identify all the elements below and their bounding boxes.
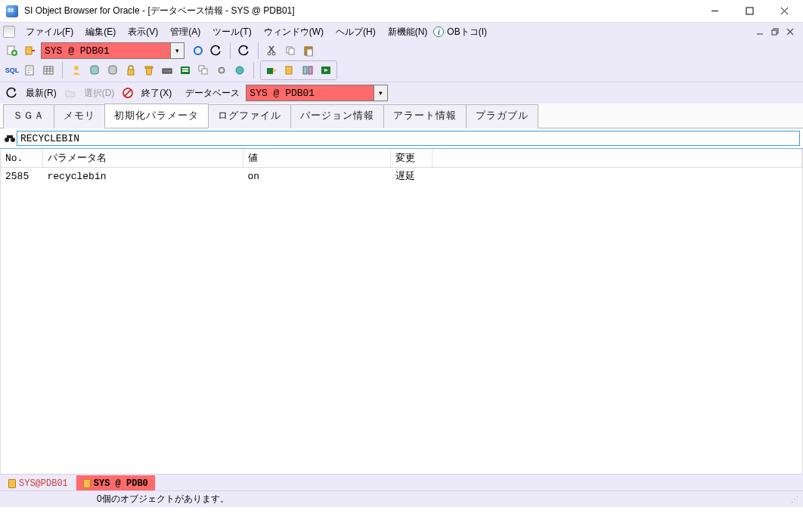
- tablespace-icon[interactable]: [105, 63, 120, 78]
- tab-logfile[interactable]: ログファイル: [208, 104, 291, 128]
- resize-grip[interactable]: ⋰: [791, 495, 797, 503]
- folder-icon: [83, 479, 91, 488]
- export-icon[interactable]: [264, 63, 279, 78]
- undo-icon[interactable]: [5, 85, 20, 101]
- svg-rect-37: [145, 66, 153, 68]
- database-icon[interactable]: [87, 63, 102, 78]
- open-icon[interactable]: [63, 85, 78, 101]
- bottom-tab-1[interactable]: SYS@PDB01: [2, 475, 75, 490]
- menu-tool[interactable]: ツール(T): [206, 23, 257, 41]
- svg-rect-1: [746, 8, 753, 14]
- import-icon[interactable]: [282, 63, 297, 78]
- tab-init-params[interactable]: 初期化パラメータ: [104, 104, 209, 128]
- col-no[interactable]: No.: [1, 149, 42, 168]
- col-name[interactable]: パラメータ名: [42, 149, 243, 168]
- cut-icon[interactable]: [265, 43, 280, 58]
- cell-name: recyclebin: [42, 168, 243, 185]
- menu-window[interactable]: ウィンドウ(W): [258, 23, 330, 41]
- col-change[interactable]: 変更: [390, 149, 432, 168]
- tab-pluggable[interactable]: プラガブル: [466, 104, 538, 128]
- refresh-icon[interactable]: [191, 43, 206, 58]
- run-icon[interactable]: [318, 63, 333, 78]
- col-spacer: [432, 149, 802, 168]
- status-message: 0個のオブジェクトがあります。: [97, 493, 229, 506]
- chevron-down-icon[interactable]: ▾: [374, 85, 387, 101]
- mdi-close-button[interactable]: [783, 26, 797, 38]
- search-row: [0, 128, 803, 149]
- paste-icon[interactable]: [301, 43, 316, 58]
- tab-alert[interactable]: アラート情報: [383, 104, 467, 128]
- disk-icon[interactable]: [160, 63, 175, 78]
- svg-rect-13: [26, 47, 32, 54]
- svg-rect-42: [182, 70, 188, 72]
- search-input[interactable]: [17, 131, 800, 146]
- mdi-buttons: [753, 26, 800, 38]
- mdi-system-icon[interactable]: [3, 26, 15, 38]
- menu-file[interactable]: ファイル(F): [20, 23, 79, 41]
- stop-icon[interactable]: [120, 85, 135, 101]
- close-button[interactable]: [767, 0, 801, 23]
- menubar: ファイル(F) 編集(E) 表示(V) 管理(A) ツール(T) ウィンドウ(W…: [0, 23, 803, 41]
- gear-icon[interactable]: [214, 63, 229, 78]
- svg-point-39: [169, 70, 171, 72]
- copy-icon[interactable]: [283, 43, 298, 58]
- menu-edit[interactable]: 編集(E): [79, 23, 122, 41]
- lock-icon[interactable]: [123, 63, 138, 78]
- svg-rect-57: [7, 135, 13, 138]
- binoculars-icon[interactable]: [3, 132, 17, 144]
- green-db-icon[interactable]: [178, 63, 193, 78]
- windows-icon[interactable]: [196, 63, 211, 78]
- svg-rect-49: [286, 66, 292, 74]
- minimize-button[interactable]: [697, 0, 732, 23]
- toolbar-group: [260, 60, 337, 80]
- database-input[interactable]: [246, 85, 374, 101]
- compare-icon[interactable]: [300, 63, 315, 78]
- earth-icon[interactable]: [232, 63, 247, 78]
- toolbar-separator: [258, 42, 259, 59]
- action-bar: 最新(R) 選択(D) 終了(X) データベース ▾: [0, 82, 803, 104]
- connection-combo[interactable]: ▾: [41, 42, 184, 59]
- menu-view[interactable]: 表示(V): [122, 23, 164, 41]
- menu-help[interactable]: ヘルプ(H): [330, 23, 382, 41]
- app-icon: [6, 5, 18, 17]
- status-bar: 0個のオブジェクトがあります。 ⋰: [0, 490, 803, 507]
- grid-icon[interactable]: [41, 63, 56, 78]
- tab-memory[interactable]: メモリ: [54, 104, 105, 128]
- svg-rect-6: [772, 30, 777, 35]
- window-buttons: [697, 0, 801, 23]
- svg-rect-50: [303, 66, 307, 74]
- trash-icon[interactable]: [141, 63, 157, 78]
- new-connection-icon[interactable]: [5, 43, 20, 58]
- mdi-restore-button[interactable]: [768, 26, 782, 38]
- svg-rect-51: [308, 66, 312, 74]
- cell-no: 2585: [1, 168, 42, 185]
- bottom-tab-2[interactable]: SYS @ PDB0: [76, 475, 155, 490]
- sql-icon[interactable]: SQL: [5, 63, 20, 78]
- user-icon[interactable]: [69, 63, 84, 78]
- script-icon[interactable]: [23, 63, 38, 78]
- undo-connection-icon[interactable]: [209, 43, 224, 58]
- tab-version[interactable]: バージョン情報: [290, 104, 384, 128]
- mdi-minimize-button[interactable]: [753, 26, 767, 38]
- folder-icon: [8, 479, 16, 488]
- svg-point-18: [268, 52, 271, 55]
- col-value[interactable]: 値: [243, 149, 390, 168]
- menu-newfeat[interactable]: 新機能(N): [382, 23, 434, 41]
- exit-button[interactable]: 終了(X): [138, 85, 175, 101]
- parameters-grid[interactable]: No. パラメータ名 値 変更 2585recyclebinon遅延: [0, 149, 803, 474]
- disconnect-icon[interactable]: [23, 43, 38, 58]
- tab-sga[interactable]: ＳＧＡ: [3, 104, 54, 128]
- maximize-button[interactable]: [732, 0, 767, 23]
- chevron-down-icon[interactable]: ▾: [170, 43, 184, 58]
- database-combo[interactable]: ▾: [246, 85, 388, 101]
- connection-input[interactable]: [42, 43, 170, 58]
- menu-obtoko[interactable]: OBトコ(I): [447, 23, 493, 41]
- svg-point-47: [236, 66, 243, 74]
- table-row[interactable]: 2585recyclebinon遅延: [1, 168, 802, 185]
- refresh-button[interactable]: 最新(R): [23, 85, 60, 101]
- window-title: SI Object Browser for Oracle - [データベース情報…: [24, 5, 697, 17]
- menu-admin[interactable]: 管理(A): [164, 23, 206, 41]
- undo-icon[interactable]: [237, 43, 252, 58]
- svg-point-46: [221, 70, 223, 72]
- cell-change: 遅延: [390, 168, 432, 185]
